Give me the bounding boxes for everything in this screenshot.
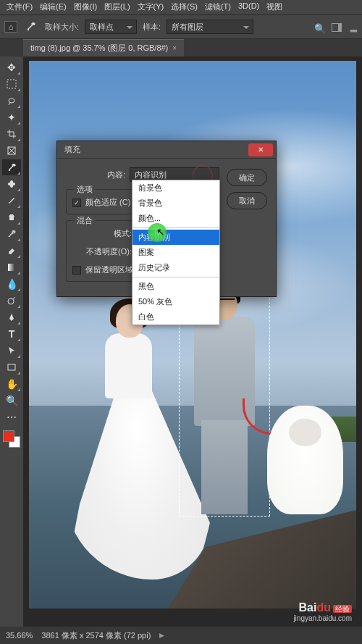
menu-select[interactable]: 选择(S) (169, 1, 200, 13)
color-swatches[interactable] (3, 430, 20, 448)
dialog-title: 填充 (64, 144, 80, 155)
svg-rect-3 (10, 180, 13, 188)
checkbox-icon: ✓ (72, 198, 81, 207)
tool-clone[interactable] (2, 209, 21, 225)
mode-label: 模式: (72, 228, 132, 239)
menu-bar: 文件(F) 编辑(E) 图像(I) 图层(L) 文字(Y) 选择(S) 滤镜(T… (0, 0, 362, 14)
watermark-brand: Baidu (299, 601, 331, 614)
menu-type[interactable]: 文字(Y) (135, 1, 167, 13)
tool-gradient[interactable] (2, 259, 21, 275)
tool-marquee[interactable] (2, 76, 21, 92)
tool-eyedropper[interactable] (2, 159, 21, 175)
tool-brush[interactable] (2, 193, 21, 209)
cancel-button[interactable]: 取消 (227, 192, 267, 209)
tool-hand[interactable]: ✋ (2, 376, 21, 392)
tool-move[interactable]: ✥ (2, 59, 21, 75)
tools-panel: ✥ ✦ 💧 T ✋ 🔍 ⋯ (0, 57, 23, 627)
tool-type[interactable]: T (2, 326, 21, 342)
dropdown-item-black[interactable]: 黑色 (132, 279, 219, 294)
search-icon[interactable]: 🔍 (314, 23, 326, 34)
dropdown-item-color[interactable]: 颜色... (132, 211, 219, 226)
panel-menu-icon[interactable]: ▪▪▪ (350, 25, 356, 36)
tool-blur[interactable]: 💧 (2, 276, 21, 292)
zoom-level[interactable]: 35.66% (6, 631, 33, 640)
options-legend: 选项 (74, 184, 96, 195)
sample-label: 样本: (143, 22, 161, 33)
dropdown-separator (132, 277, 219, 277)
tool-zoom[interactable]: 🔍 (2, 393, 21, 409)
tab-close-icon[interactable]: × (172, 44, 177, 52)
dropdown-item-white[interactable]: 白色 (132, 309, 219, 325)
sample-dropdown[interactable]: 所有图层 (167, 20, 253, 34)
tool-healing[interactable] (2, 176, 21, 192)
svg-rect-7 (8, 364, 15, 370)
svg-point-6 (8, 298, 14, 304)
color-adapt-label: 颜色适应 (C) (85, 197, 130, 208)
svg-rect-5 (8, 264, 15, 271)
tool-dodge[interactable] (2, 293, 21, 309)
document-tabs: timg (8).jpg @ 35.7% (图层 0, RGB/8#) × (0, 39, 362, 57)
cursor-icon: ↖ (156, 226, 165, 238)
dropdown-item-background[interactable]: 背景色 (132, 196, 219, 211)
document-tab[interactable]: timg (8).jpg @ 35.7% (图层 0, RGB/8#) × (23, 39, 184, 57)
status-menu-icon[interactable]: ▶ (159, 632, 164, 639)
tool-crop[interactable] (2, 126, 21, 142)
menu-view[interactable]: 视图 (264, 1, 285, 13)
canvas-dog (267, 406, 343, 514)
home-icon[interactable]: ⌂ (4, 21, 17, 33)
dropdown-item-content-aware[interactable]: 内容识别 (132, 230, 219, 245)
dialog-titlebar[interactable]: 填充 ✕ (57, 141, 276, 159)
watermark: Baidu经验 jingyan.baidu.com (293, 601, 352, 622)
checkbox-icon (72, 266, 81, 275)
dialog-close-button[interactable]: ✕ (248, 143, 273, 156)
doc-info[interactable]: 3861 像素 x 2574 像素 (72 ppi) (41, 630, 151, 641)
preserve-trans-label: 保留透明区域 (85, 264, 133, 275)
tab-title: timg (8).jpg @ 35.7% (图层 0, RGB/8#) (30, 43, 168, 54)
dropdown-separator (132, 227, 219, 228)
status-bar: 35.66% 3861 像素 x 2574 像素 (72 ppi) ▶ (0, 627, 362, 644)
options-bar: ⌂ 取样大小: 取样点 样本: 所有图层 (0, 14, 362, 39)
menu-image[interactable]: 图像(I) (72, 1, 99, 13)
tool-history-brush[interactable] (2, 226, 21, 242)
tool-preset-icon[interactable] (23, 19, 39, 35)
menu-filter[interactable]: 滤镜(T) (203, 1, 233, 13)
content-label: 内容: (66, 170, 125, 180)
tool-magic-wand[interactable]: ✦ (2, 109, 21, 125)
dropdown-item-gray[interactable]: 50% 灰色 (132, 294, 219, 309)
workspace-icon[interactable] (332, 23, 342, 32)
tool-lasso[interactable] (2, 93, 21, 109)
menu-layer[interactable]: 图层(L) (102, 1, 132, 13)
canvas-bride (65, 304, 195, 565)
opacity-label: 不透明度(O): (72, 246, 132, 257)
tool-eraser[interactable] (2, 243, 21, 259)
foreground-color-swatch[interactable] (3, 430, 14, 442)
ok-button[interactable]: 确定 (227, 169, 267, 186)
tool-pen[interactable] (2, 309, 21, 325)
tool-path-select[interactable] (2, 343, 21, 359)
menu-edit[interactable]: 编辑(E) (38, 1, 69, 13)
tool-frame[interactable] (2, 143, 21, 159)
sample-size-dropdown[interactable]: 取样点 (85, 20, 137, 34)
content-dropdown-menu: 前景色 背景色 颜色... 内容识别 图案 历史记录 黑色 50% 灰色 白色 (132, 180, 220, 325)
dropdown-item-history[interactable]: 历史记录 (132, 260, 219, 275)
dropdown-item-foreground[interactable]: 前景色 (132, 180, 219, 196)
watermark-url: jingyan.baidu.com (293, 614, 352, 622)
menu-file[interactable]: 文件(F) (4, 1, 35, 13)
tool-edit-toolbar[interactable]: ⋯ (2, 409, 21, 425)
blend-legend: 混合 (74, 215, 96, 226)
svg-rect-0 (7, 80, 16, 88)
dropdown-item-pattern[interactable]: 图案 (132, 245, 219, 260)
tool-rectangle[interactable] (2, 359, 21, 375)
menu-3d[interactable]: 3D(D) (236, 1, 261, 13)
sample-size-label: 取样大小: (45, 22, 79, 33)
